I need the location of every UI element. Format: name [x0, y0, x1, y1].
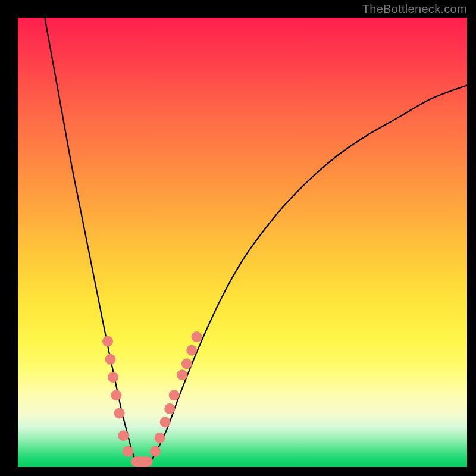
watermark-text: TheBottleneck.com — [362, 2, 467, 16]
bead-marker — [123, 446, 133, 457]
bead-marker — [150, 446, 161, 457]
bead-marker — [114, 408, 125, 418]
bead-marker — [169, 390, 180, 400]
bottleneck-curve — [45, 18, 467, 467]
bead-marker — [191, 331, 202, 342]
chart-frame: TheBottleneck.com — [0, 0, 476, 476]
bead-marker — [111, 390, 121, 400]
bead-marker — [102, 336, 113, 347]
curve-svg — [18, 18, 467, 467]
bead-marker — [164, 403, 175, 414]
bead-marker — [118, 430, 129, 441]
valley-bar — [131, 456, 152, 467]
bead-marker — [186, 345, 197, 356]
bead-marker — [155, 433, 165, 443]
plot-area — [18, 18, 467, 467]
bead-marker — [160, 417, 171, 428]
bead-marker — [108, 372, 118, 383]
bead-marker — [181, 358, 192, 369]
beads-group — [102, 331, 202, 457]
bead-marker — [105, 354, 116, 365]
bead-marker — [177, 369, 187, 380]
